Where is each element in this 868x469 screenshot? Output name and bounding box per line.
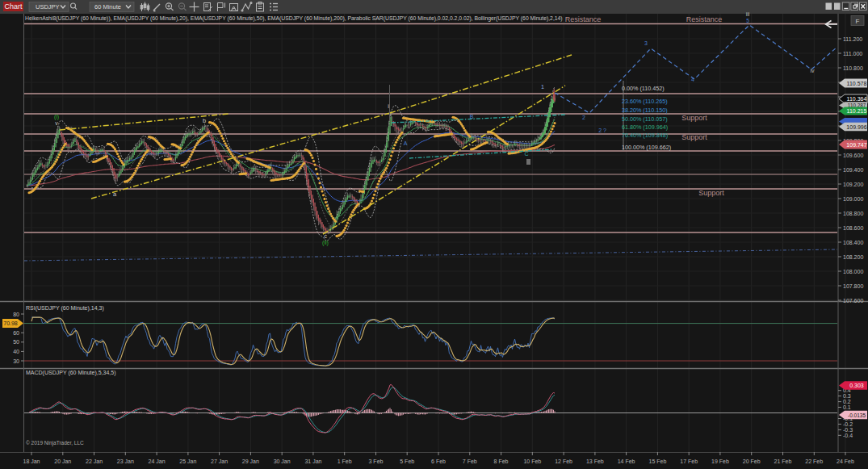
svg-text:30: 30 — [13, 358, 19, 364]
svg-text:© 2019 NinjaTrader, LLC: © 2019 NinjaTrader, LLC — [26, 440, 84, 446]
svg-text:HeikenAshi8(USDJPY (60 Minute): HeikenAshi8(USDJPY (60 Minute)), EMA(USD… — [25, 15, 563, 22]
svg-text:B: B — [470, 114, 474, 119]
svg-text:110.578: 110.578 — [847, 81, 867, 86]
svg-text:110.364: 110.364 — [847, 96, 867, 102]
svg-text:(ii): (ii) — [322, 240, 329, 246]
svg-text:F: F — [856, 18, 860, 25]
svg-text:38.20% (110.150): 38.20% (110.150) — [622, 107, 668, 114]
svg-text:Support: Support — [681, 133, 707, 141]
svg-text:60: 60 — [13, 330, 19, 336]
svg-text:-0.3: -0.3 — [843, 427, 853, 433]
svg-text:14 Feb: 14 Feb — [618, 459, 635, 464]
svg-text:5: 5 — [746, 18, 749, 23]
svg-text:(i): (i) — [54, 114, 59, 120]
svg-text:12 Feb: 12 Feb — [555, 459, 572, 464]
svg-text:v: v — [55, 120, 58, 126]
svg-text:USDJPY: USDJPY — [36, 3, 60, 10]
svg-text:20 Jan: 20 Jan — [54, 459, 71, 464]
svg-text:0.2: 0.2 — [843, 399, 851, 404]
svg-text:76.40% (109.848): 76.40% (109.848) — [622, 132, 668, 139]
svg-text:-0.2: -0.2 — [843, 421, 853, 427]
svg-text:50.00% (110.057): 50.00% (110.057) — [622, 115, 668, 123]
svg-text:b: b — [203, 117, 206, 124]
svg-text:15 Feb: 15 Feb — [649, 459, 667, 464]
svg-text:109.747: 109.747 — [846, 142, 866, 148]
svg-text:23.60% (110.265): 23.60% (110.265) — [622, 98, 668, 105]
svg-text:40: 40 — [13, 349, 19, 354]
svg-text:5 Feb: 5 Feb — [400, 459, 414, 464]
svg-text:2: 2 — [582, 115, 585, 120]
svg-text:iii: iii — [746, 11, 750, 17]
svg-text:110.215: 110.215 — [847, 108, 867, 114]
svg-text:107.600: 107.600 — [843, 298, 863, 304]
svg-text:0.303: 0.303 — [849, 383, 864, 388]
svg-text:18 Jan: 18 Jan — [23, 459, 40, 464]
svg-text:80: 80 — [13, 312, 19, 317]
svg-text:-0.0135: -0.0135 — [848, 412, 866, 418]
svg-text:0.1: 0.1 — [843, 404, 851, 410]
svg-text:61.80% (109.964): 61.80% (109.964) — [622, 124, 668, 131]
svg-text:22 Jan: 22 Jan — [86, 459, 103, 464]
svg-text:MACD(USDJPY (60 Minute),5,34,5: MACD(USDJPY (60 Minute),5,34,5) — [26, 370, 116, 376]
svg-text:31 Jan: 31 Jan — [304, 459, 321, 464]
svg-text:50: 50 — [13, 339, 19, 345]
svg-text:Resistance: Resistance — [686, 15, 723, 23]
svg-text:-0.4: -0.4 — [843, 433, 853, 438]
svg-text:109.996: 109.996 — [846, 124, 866, 130]
svg-text:13 Feb: 13 Feb — [586, 459, 604, 464]
svg-text:21 Feb: 21 Feb — [774, 459, 792, 464]
svg-text:23 Jan: 23 Jan — [117, 459, 134, 464]
svg-text:3: 3 — [644, 40, 648, 46]
svg-text:RSI(USDJPY (60 Minute),14,3): RSI(USDJPY (60 Minute),14,3) — [26, 305, 104, 312]
svg-text:c: c — [324, 232, 327, 240]
svg-text:20 Feb: 20 Feb — [743, 459, 761, 464]
svg-text:109.600: 109.600 — [843, 153, 863, 158]
svg-text:25 Jan: 25 Jan — [179, 459, 196, 464]
svg-text:iv: iv — [810, 68, 815, 73]
svg-text:Support: Support — [681, 114, 707, 122]
svg-text:24 Jan: 24 Jan — [149, 459, 166, 464]
svg-text:4: 4 — [691, 77, 694, 82]
svg-text:8 Feb: 8 Feb — [494, 459, 509, 464]
svg-text:108.400: 108.400 — [843, 240, 863, 245]
svg-text:108.600: 108.600 — [843, 225, 863, 231]
svg-text:3 Feb: 3 Feb — [369, 459, 384, 464]
svg-text:109.400: 109.400 — [843, 167, 863, 173]
svg-text:27 Jan: 27 Jan — [211, 459, 228, 464]
svg-text:108.200: 108.200 — [843, 254, 863, 260]
svg-text:10 Feb: 10 Feb — [523, 459, 541, 464]
svg-text:Support: Support — [698, 189, 724, 197]
svg-text:24 Feb: 24 Feb — [837, 459, 854, 464]
svg-text:0.3: 0.3 — [843, 393, 851, 399]
svg-text:19 Feb: 19 Feb — [711, 459, 729, 464]
svg-text:6 Feb: 6 Feb — [431, 459, 446, 464]
svg-text:60 Minute: 60 Minute — [94, 3, 121, 10]
svg-text:Resistance: Resistance — [565, 15, 602, 23]
svg-text:C: C — [524, 151, 528, 157]
svg-text:111.000: 111.000 — [843, 51, 862, 57]
svg-text:111.200: 111.200 — [843, 36, 862, 42]
svg-text:17 Feb: 17 Feb — [680, 459, 698, 464]
svg-text:100.00% (109.662): 100.00% (109.662) — [622, 144, 671, 151]
svg-text:7 Feb: 7 Feb — [463, 459, 477, 464]
svg-text:70.98: 70.98 — [3, 320, 18, 326]
svg-text:30 Jan: 30 Jan — [274, 459, 291, 464]
svg-text:109.000: 109.000 — [843, 196, 863, 202]
svg-text:29 Jan: 29 Jan — [242, 459, 259, 464]
svg-text:0.00% (110.452): 0.00% (110.452) — [622, 85, 665, 92]
svg-text:2 ?: 2 ? — [598, 128, 606, 133]
svg-text:108.000: 108.000 — [843, 269, 863, 274]
svg-text:108.800: 108.800 — [843, 211, 863, 216]
svg-text:107.800: 107.800 — [843, 283, 863, 289]
svg-text:A: A — [404, 140, 408, 146]
svg-text:1 Feb: 1 Feb — [338, 459, 352, 464]
svg-text:1: 1 — [541, 84, 544, 90]
svg-text:22 Feb: 22 Feb — [805, 459, 823, 464]
svg-text:109.200: 109.200 — [843, 182, 863, 187]
svg-text:110.800: 110.800 — [843, 65, 863, 71]
svg-text:Chart: Chart — [4, 2, 23, 10]
